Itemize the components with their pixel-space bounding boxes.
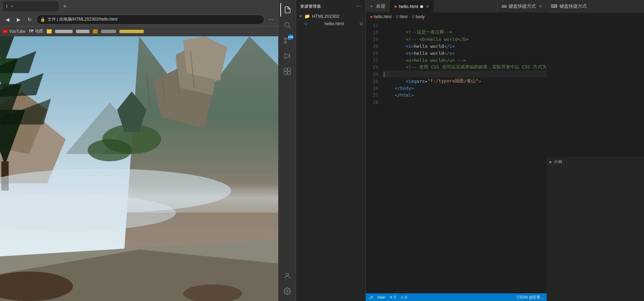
code-line-27: </html> [383, 91, 547, 98]
code-token: <i> [406, 44, 414, 49]
address-text: 文件 | 此电脑/HTML202302/hello.html [47, 16, 260, 22]
bookmark-folder-2[interactable] [93, 29, 98, 34]
activity-files[interactable] [280, 3, 294, 17]
tab-label: t [6, 4, 7, 9]
svg-point-15 [88, 139, 132, 161]
bookmark-folder-1[interactable] [47, 29, 52, 34]
outline-header[interactable]: ▶ 大纲 [547, 157, 644, 167]
folder-icon: 📁 [304, 14, 310, 19]
browser-tab[interactable]: t ✕ [3, 1, 59, 11]
breadcrumb-hello-html[interactable]: ◆ hello.html [370, 14, 392, 19]
bookmark-item-5[interactable] [101, 30, 116, 33]
activity-account[interactable] [280, 269, 294, 283]
bookmark-youtube[interactable]: YouTube [3, 29, 25, 34]
code-token [384, 51, 406, 56]
code-token: = [425, 79, 428, 84]
browser-content [0, 36, 278, 301]
breadcrumb-body-label: body [416, 14, 425, 19]
sidebar-folder-html202302[interactable]: ▼ 📁 HTML202302 [296, 13, 365, 20]
svg-rect-40 [288, 68, 290, 71]
line-num-19: 19 [366, 36, 380, 43]
tab-area: t ✕ + [3, 1, 70, 11]
status-left: ⎇ main ✕ 0 ⚠ 0 [369, 295, 407, 300]
youtube-icon [3, 30, 8, 33]
editor-main-content: 17 18 19 20 21 22 23 24 25 26 27 28 <!--… [366, 21, 547, 293]
line-num-22: 22 [366, 57, 380, 64]
tab-close-button[interactable]: ✕ [9, 4, 14, 9]
line-num-17: 17 [366, 22, 380, 29]
breadcrumb-tag-icon-1: ⟨⟩ [396, 15, 399, 19]
activity-run[interactable] [280, 49, 294, 63]
breadcrumb-html-tag[interactable]: ⟨⟩ html [396, 14, 408, 19]
youtube-label: YouTube [9, 29, 25, 34]
code-line-18: <!--这是一条注释--> [383, 29, 547, 36]
breadcrumb-hello-html-label: hello.html [374, 14, 392, 19]
vscode-editor: ≋ 欢迎 ◆ hello.html ✕ ⌨ 键盘快捷方式 ✕ ◆ hello.h… [366, 0, 547, 301]
maps-icon: 🗺 [29, 29, 34, 34]
code-line-20: <i>hello world</i> [383, 43, 547, 50]
bookmark-placeholder-2 [76, 30, 89, 33]
keyboard-shortcuts-icon: ⌨ [551, 3, 557, 9]
code-token: <!-- <b>hello world</b> [384, 37, 469, 42]
bookmark-item-4[interactable] [76, 30, 89, 33]
error-icon: ✕ 0 [390, 295, 396, 300]
code-token: src [417, 79, 425, 84]
bookmark-item-3[interactable] [55, 30, 73, 33]
keyboard-shortcuts-title: 键盘快捷方式 [560, 3, 587, 9]
bookmark-placeholder-1 [55, 30, 73, 33]
code-token: "f:/typora插图/泰山" [428, 78, 479, 84]
folder-icon-1 [47, 29, 52, 34]
new-tab-button[interactable]: + [60, 1, 70, 11]
code-token: <!--这是一条注释--> [384, 29, 452, 35]
keyboard-shortcuts-content [547, 13, 644, 157]
folder-name: HTML202302 [312, 14, 340, 19]
sidebar-more-icon[interactable]: ··· [356, 3, 361, 9]
breadcrumb-body-tag[interactable]: ⟨⟩ body [412, 14, 425, 19]
git-branch-icon: ⎇ [369, 295, 373, 300]
sidebar-header-icons: ··· [356, 3, 361, 9]
tab-welcome[interactable]: ≋ 欢迎 [366, 0, 390, 12]
code-line-22: <u>hello world</u> --> [383, 57, 547, 64]
forward-button[interactable]: ▶ [14, 15, 23, 24]
svg-point-32 [284, 23, 289, 27]
bookmark-maps[interactable]: 🗺 地图 [29, 28, 43, 34]
svg-point-44 [286, 290, 288, 292]
outline-chevron-icon: ▶ [549, 160, 553, 164]
refresh-button[interactable]: ↻ [25, 15, 34, 24]
back-button[interactable]: ◀ [3, 15, 12, 24]
cursor [384, 72, 387, 77]
svg-point-34 [284, 38, 286, 40]
breadcrumb-sep-1: › [393, 14, 394, 19]
activity-extensions[interactable] [280, 64, 294, 78]
vscode-activity-bar: 105 [279, 0, 296, 301]
bookmark-item-6[interactable] [119, 30, 144, 33]
code-area[interactable]: <!--这是一条注释--> <!-- <b>hello world</b> <i… [383, 21, 547, 293]
address-bar[interactable]: 🔒 文件 | 此电脑/HTML202302/hello.html [36, 15, 264, 24]
activity-search[interactable] [280, 18, 294, 32]
outline-label: 大纲 [554, 159, 562, 164]
code-line-24 [383, 71, 547, 78]
tab-close-icon[interactable]: ✕ [426, 4, 429, 9]
breadcrumb-sep-2: › [409, 14, 410, 19]
svg-rect-42 [288, 72, 290, 74]
svg-point-43 [286, 273, 288, 276]
tab-welcome-label: 欢迎 [376, 3, 385, 9]
lock-icon: 🔒 [40, 17, 45, 22]
activity-settings[interactable] [280, 284, 294, 298]
browser-titlebar: t ✕ + [0, 0, 278, 13]
keyboard-tab-close-icon[interactable]: ✕ [539, 4, 542, 9]
svg-rect-39 [284, 68, 287, 71]
extensions-button[interactable]: ⋯ [266, 15, 275, 24]
code-line-17 [383, 22, 547, 29]
vscode-sidebar: 资源管理器 ··· ▼ 📁 HTML202302 ◇ hello.html U [296, 0, 366, 301]
bookmark-placeholder-4 [119, 30, 144, 33]
sidebar-file-hello-html[interactable]: ◇ hello.html U [296, 20, 365, 27]
tab-keyboard-shortcuts[interactable]: ⌨ 键盘快捷方式 ✕ [497, 0, 547, 12]
code-line-23: <!-- 使用 CSS 也可以完成类似的效果，实际开发中以 CSS 方式为 [383, 64, 547, 71]
activity-source-control[interactable]: 105 [280, 34, 294, 47]
code-token: </i> [444, 44, 455, 49]
code-token: </body> [395, 86, 414, 91]
csdn-watermark: CSDN @安青... [517, 295, 544, 300]
tab-hello-html[interactable]: ◆ hello.html ✕ [390, 0, 434, 12]
svg-rect-27 [0, 183, 278, 213]
